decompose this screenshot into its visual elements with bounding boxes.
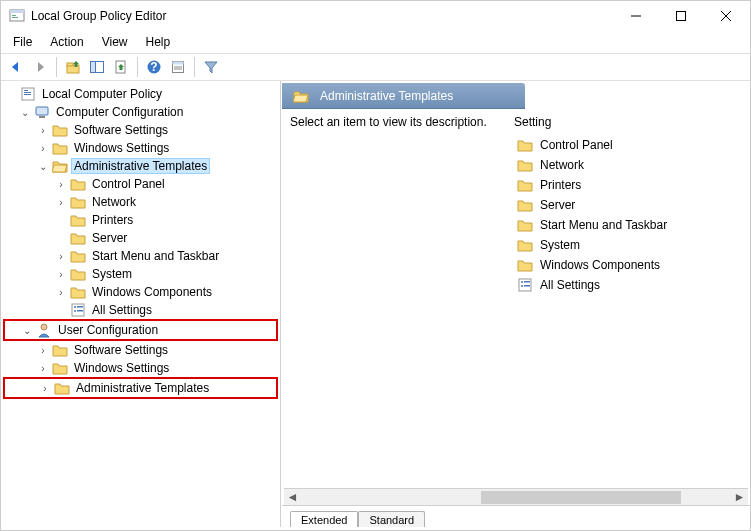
svg-rect-11 <box>91 62 96 73</box>
settings-list[interactable]: Setting Control Panel Network Printers S… <box>514 115 742 488</box>
svg-rect-27 <box>77 306 83 308</box>
svg-rect-33 <box>524 281 530 283</box>
list-item[interactable]: Printers <box>514 175 742 195</box>
tab-extended[interactable]: Extended <box>290 511 358 527</box>
chevron-right-icon[interactable] <box>55 287 67 298</box>
svg-rect-5 <box>676 12 685 21</box>
forward-button[interactable] <box>29 56 51 78</box>
folder-icon <box>52 140 68 156</box>
list-item-label: Windows Components <box>540 258 660 272</box>
chevron-down-icon[interactable] <box>21 325 33 336</box>
filter-button[interactable] <box>200 56 222 78</box>
folder-icon <box>70 212 86 228</box>
tree-cc-at-printers[interactable]: Printers <box>3 211 278 229</box>
tree-root[interactable]: Local Computer Policy <box>3 85 278 103</box>
tree-pane[interactable]: Local Computer Policy Computer Configura… <box>1 81 281 527</box>
tree-cc-windows-settings[interactable]: Windows Settings <box>3 139 278 157</box>
title-bar: Local Group Policy Editor <box>1 1 750 31</box>
svg-text:?: ? <box>150 60 157 74</box>
properties-button[interactable] <box>167 56 189 78</box>
tree-cc-at-control-panel[interactable]: Control Panel <box>3 175 278 193</box>
scroll-left-button[interactable]: ◄ <box>284 490 301 505</box>
tree-uc-software-settings[interactable]: Software Settings <box>3 341 278 359</box>
scroll-right-button[interactable]: ► <box>731 490 748 505</box>
tree-label: Control Panel <box>89 176 168 192</box>
chevron-down-icon[interactable] <box>37 161 49 172</box>
svg-rect-3 <box>12 17 18 18</box>
chevron-right-icon[interactable] <box>55 179 67 190</box>
folder-icon <box>517 177 533 193</box>
view-tabs: Extended Standard <box>282 505 750 527</box>
svg-point-28 <box>74 310 76 312</box>
details-pane: Administrative Templates Select an item … <box>281 81 750 527</box>
tree-cc-software-settings[interactable]: Software Settings <box>3 121 278 139</box>
close-button[interactable] <box>703 2 748 30</box>
list-item[interactable]: Network <box>514 155 742 175</box>
menu-file[interactable]: File <box>5 33 40 51</box>
chevron-right-icon[interactable] <box>55 269 67 280</box>
tree-cc-at-server[interactable]: Server <box>3 229 278 247</box>
svg-point-30 <box>41 324 47 330</box>
tree-label: Printers <box>89 212 136 228</box>
tree-uc-administrative-templates[interactable]: Administrative Templates <box>5 379 276 397</box>
app-icon <box>9 8 25 24</box>
chevron-right-icon[interactable] <box>55 251 67 262</box>
list-item-label: Control Panel <box>540 138 613 152</box>
horizontal-scrollbar[interactable]: ◄ ► <box>284 488 748 505</box>
menu-action[interactable]: Action <box>42 33 91 51</box>
user-icon <box>36 322 52 338</box>
content-area: Local Computer Policy Computer Configura… <box>1 81 750 527</box>
chevron-right-icon[interactable] <box>55 197 67 208</box>
list-item[interactable]: Windows Components <box>514 255 742 275</box>
tree-label: Administrative Templates <box>73 380 212 396</box>
list-item-label: All Settings <box>540 278 600 292</box>
description-text: Select an item to view its description. <box>290 115 490 488</box>
tree-label: Local Computer Policy <box>39 86 165 102</box>
list-item[interactable]: Start Menu and Taskbar <box>514 215 742 235</box>
chevron-right-icon[interactable] <box>37 345 49 356</box>
toolbar: ? <box>1 53 750 81</box>
list-item[interactable]: Server <box>514 195 742 215</box>
column-header-setting[interactable]: Setting <box>514 115 742 129</box>
minimize-button[interactable] <box>613 2 658 30</box>
list-item[interactable]: System <box>514 235 742 255</box>
menu-help[interactable]: Help <box>138 33 179 51</box>
tree-computer-configuration[interactable]: Computer Configuration <box>3 103 278 121</box>
tab-standard[interactable]: Standard <box>358 511 425 527</box>
tree-cc-at-windows-components[interactable]: Windows Components <box>3 283 278 301</box>
tree-label: Network <box>89 194 139 210</box>
chevron-down-icon[interactable] <box>19 107 31 118</box>
maximize-button[interactable] <box>658 2 703 30</box>
details-header-title: Administrative Templates <box>320 89 453 103</box>
tree-cc-at-all-settings[interactable]: All Settings <box>3 301 278 319</box>
tree-user-configuration[interactable]: User Configuration <box>5 321 276 339</box>
svg-rect-24 <box>39 116 45 118</box>
chevron-right-icon[interactable] <box>37 363 49 374</box>
tree-label: Windows Settings <box>71 360 172 376</box>
svg-rect-1 <box>10 10 24 13</box>
tree-uc-windows-settings[interactable]: Windows Settings <box>3 359 278 377</box>
menu-view[interactable]: View <box>94 33 136 51</box>
show-hide-tree-button[interactable] <box>86 56 108 78</box>
toolbar-sep <box>56 57 57 77</box>
chevron-right-icon[interactable] <box>37 125 49 136</box>
list-item-label: Start Menu and Taskbar <box>540 218 667 232</box>
tree-cc-at-system[interactable]: System <box>3 265 278 283</box>
settings-list-icon <box>517 277 533 293</box>
list-item[interactable]: Control Panel <box>514 135 742 155</box>
back-button[interactable] <box>5 56 27 78</box>
chevron-right-icon[interactable] <box>39 383 51 394</box>
export-list-button[interactable] <box>110 56 132 78</box>
menu-bar: File Action View Help <box>1 31 750 53</box>
folder-icon <box>517 137 533 153</box>
up-button[interactable] <box>62 56 84 78</box>
help-button[interactable]: ? <box>143 56 165 78</box>
tree-cc-administrative-templates[interactable]: Administrative Templates <box>3 157 278 175</box>
list-item[interactable]: All Settings <box>514 275 742 295</box>
tree-cc-at-network[interactable]: Network <box>3 193 278 211</box>
folder-icon <box>54 380 70 396</box>
tree-cc-at-start-menu-taskbar[interactable]: Start Menu and Taskbar <box>3 247 278 265</box>
scrollbar-thumb[interactable] <box>481 491 681 504</box>
chevron-right-icon[interactable] <box>37 143 49 154</box>
window-title: Local Group Policy Editor <box>31 9 613 23</box>
